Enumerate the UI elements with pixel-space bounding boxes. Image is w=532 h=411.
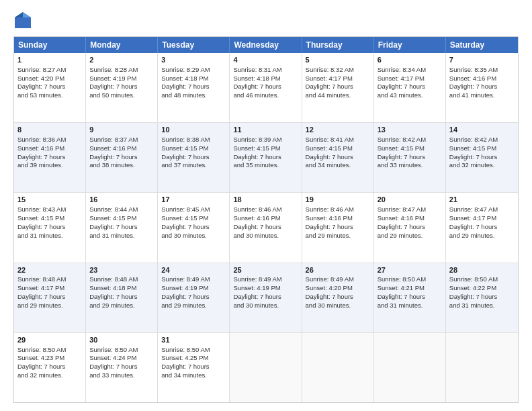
cell-line-0: Sunrise: 8:46 AM <box>306 205 370 214</box>
cell-line-3: and 31 minutes. <box>17 232 82 240</box>
col-header-monday: Monday <box>86 37 158 53</box>
cell-line-1: Sunset: 4:23 PM <box>17 354 82 363</box>
cell-line-2: Daylight: 7 hours <box>17 223 82 232</box>
calendar: SundayMondayTuesdayWednesdayThursdayFrid… <box>13 36 519 403</box>
cell-line-0: Sunrise: 8:36 AM <box>17 136 82 144</box>
cell-line-2: Daylight: 7 hours <box>449 223 515 232</box>
cell-line-2: Daylight: 7 hours <box>89 363 154 371</box>
cell-line-3: and 50 minutes. <box>89 91 154 100</box>
cell-line-1: Sunset: 4:15 PM <box>17 214 82 223</box>
cell-line-3: and 30 minutes. <box>233 302 298 310</box>
cal-cell-31: 31Sunrise: 8:50 AMSunset: 4:25 PMDayligh… <box>158 333 230 402</box>
cal-cell-13: 13Sunrise: 8:42 AMSunset: 4:15 PMDayligh… <box>374 123 446 192</box>
col-header-thursday: Thursday <box>302 37 374 53</box>
cell-line-0: Sunrise: 8:47 AM <box>378 205 442 214</box>
day-number: 31 <box>161 335 226 345</box>
cell-line-3: and 31 minutes. <box>378 302 442 310</box>
cal-cell-5: 5Sunrise: 8:32 AMSunset: 4:17 PMDaylight… <box>302 53 374 122</box>
cell-line-1: Sunset: 4:15 PM <box>161 214 226 223</box>
cal-cell-12: 12Sunrise: 8:41 AMSunset: 4:15 PMDayligh… <box>302 123 374 192</box>
cell-line-3: and 31 minutes. <box>449 302 515 310</box>
cal-cell-4: 4Sunrise: 8:31 AMSunset: 4:18 PMDaylight… <box>230 53 302 122</box>
cell-line-1: Sunset: 4:22 PM <box>449 284 515 293</box>
cell-line-1: Sunset: 4:16 PM <box>17 144 82 153</box>
day-number: 13 <box>378 125 442 135</box>
cal-cell-empty <box>446 333 518 402</box>
cal-cell-16: 16Sunrise: 8:44 AMSunset: 4:15 PMDayligh… <box>86 193 158 262</box>
cell-line-3: and 53 minutes. <box>17 91 82 100</box>
cell-line-1: Sunset: 4:18 PM <box>161 75 226 83</box>
cal-cell-6: 6Sunrise: 8:34 AMSunset: 4:17 PMDaylight… <box>374 53 446 122</box>
cal-cell-17: 17Sunrise: 8:45 AMSunset: 4:15 PMDayligh… <box>158 193 230 262</box>
day-number: 19 <box>306 195 370 205</box>
cell-line-0: Sunrise: 8:48 AM <box>89 275 154 284</box>
cal-cell-14: 14Sunrise: 8:42 AMSunset: 4:15 PMDayligh… <box>446 123 518 192</box>
day-number: 17 <box>161 195 226 205</box>
cell-line-2: Daylight: 7 hours <box>89 223 154 232</box>
cell-line-2: Daylight: 7 hours <box>378 293 442 302</box>
day-number: 22 <box>17 265 82 275</box>
cell-line-0: Sunrise: 8:34 AM <box>378 66 442 75</box>
col-header-sunday: Sunday <box>14 37 86 53</box>
col-header-saturday: Saturday <box>446 37 518 53</box>
cell-line-0: Sunrise: 8:47 AM <box>449 205 515 214</box>
cell-line-2: Daylight: 7 hours <box>17 293 82 302</box>
cal-cell-30: 30Sunrise: 8:50 AMSunset: 4:24 PMDayligh… <box>86 333 158 402</box>
cell-line-3: and 33 minutes. <box>89 371 154 380</box>
cell-line-0: Sunrise: 8:45 AM <box>161 205 226 214</box>
cell-line-2: Daylight: 7 hours <box>161 223 226 232</box>
cal-cell-25: 25Sunrise: 8:49 AMSunset: 4:19 PMDayligh… <box>230 263 302 332</box>
cell-line-3: and 37 minutes. <box>161 161 226 170</box>
day-number: 1 <box>17 55 82 65</box>
day-number: 3 <box>161 55 226 65</box>
cell-line-2: Daylight: 7 hours <box>378 83 442 91</box>
cell-line-3: and 35 minutes. <box>233 161 298 170</box>
cell-line-1: Sunset: 4:25 PM <box>161 354 226 363</box>
cell-line-3: and 30 minutes. <box>306 302 370 310</box>
day-number: 30 <box>89 335 154 345</box>
day-number: 9 <box>89 125 154 135</box>
cell-line-0: Sunrise: 8:39 AM <box>233 136 298 144</box>
day-number: 12 <box>306 125 370 135</box>
day-number: 4 <box>233 55 298 65</box>
cell-line-2: Daylight: 7 hours <box>89 293 154 302</box>
cell-line-3: and 39 minutes. <box>17 161 82 170</box>
cell-line-1: Sunset: 4:16 PM <box>306 214 370 223</box>
cell-line-1: Sunset: 4:19 PM <box>161 284 226 293</box>
col-header-wednesday: Wednesday <box>230 37 302 53</box>
cell-line-2: Daylight: 7 hours <box>161 83 226 91</box>
page: SundayMondayTuesdayWednesdayThursdayFrid… <box>0 0 532 411</box>
cal-cell-8: 8Sunrise: 8:36 AMSunset: 4:16 PMDaylight… <box>14 123 86 192</box>
cell-line-1: Sunset: 4:15 PM <box>161 144 226 153</box>
cell-line-3: and 29 minutes. <box>161 302 226 310</box>
day-number: 25 <box>233 265 298 275</box>
cell-line-3: and 29 minutes. <box>378 232 442 240</box>
cell-line-2: Daylight: 7 hours <box>233 223 298 232</box>
logo <box>13 11 35 30</box>
cell-line-2: Daylight: 7 hours <box>89 83 154 91</box>
cal-cell-11: 11Sunrise: 8:39 AMSunset: 4:15 PMDayligh… <box>230 123 302 192</box>
cal-cell-empty <box>230 333 302 402</box>
cell-line-3: and 29 minutes. <box>17 302 82 310</box>
col-header-tuesday: Tuesday <box>158 37 230 53</box>
day-number: 18 <box>233 195 298 205</box>
cal-cell-15: 15Sunrise: 8:43 AMSunset: 4:15 PMDayligh… <box>14 193 86 262</box>
cell-line-2: Daylight: 7 hours <box>306 83 370 91</box>
cell-line-0: Sunrise: 8:46 AM <box>233 205 298 214</box>
cell-line-3: and 29 minutes. <box>89 302 154 310</box>
cell-line-0: Sunrise: 8:35 AM <box>449 66 515 75</box>
cell-line-3: and 34 minutes. <box>161 371 226 380</box>
cal-cell-20: 20Sunrise: 8:47 AMSunset: 4:16 PMDayligh… <box>374 193 446 262</box>
cell-line-0: Sunrise: 8:50 AM <box>378 275 442 284</box>
cell-line-1: Sunset: 4:16 PM <box>378 214 442 223</box>
day-number: 8 <box>17 125 82 135</box>
cell-line-3: and 44 minutes. <box>306 91 370 100</box>
cal-cell-2: 2Sunrise: 8:28 AMSunset: 4:19 PMDaylight… <box>86 53 158 122</box>
day-number: 23 <box>89 265 154 275</box>
cell-line-0: Sunrise: 8:41 AM <box>306 136 370 144</box>
cell-line-1: Sunset: 4:17 PM <box>449 214 515 223</box>
cal-cell-22: 22Sunrise: 8:48 AMSunset: 4:17 PMDayligh… <box>14 263 86 332</box>
cal-cell-19: 19Sunrise: 8:46 AMSunset: 4:16 PMDayligh… <box>302 193 374 262</box>
calendar-row-0: 1Sunrise: 8:27 AMSunset: 4:20 PMDaylight… <box>14 53 518 122</box>
cell-line-0: Sunrise: 8:29 AM <box>161 66 226 75</box>
